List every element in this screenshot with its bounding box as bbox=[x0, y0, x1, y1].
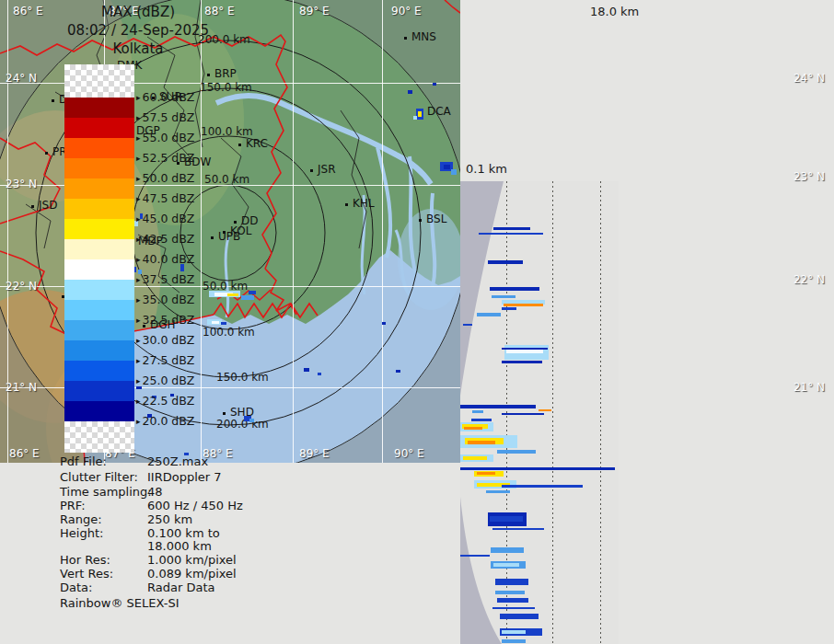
color-scale bbox=[64, 64, 134, 453]
scale-label: ▸47.5 dBZ bbox=[136, 191, 194, 205]
city-marker bbox=[238, 144, 241, 146]
scale-label: ▸27.5 dBZ bbox=[136, 353, 194, 367]
echo-bar bbox=[504, 304, 543, 306]
tick-arrow-icon: ▸ bbox=[136, 133, 141, 143]
info-label: Data: bbox=[60, 581, 92, 594]
scale-value: 20.0 dBZ bbox=[143, 414, 195, 428]
info-value: 0.089 km/pixel bbox=[147, 567, 237, 581]
echo-bar bbox=[463, 324, 472, 326]
scale-value: 40.0 dBZ bbox=[143, 252, 195, 266]
echo-bar bbox=[479, 233, 543, 235]
city-label: MNS bbox=[411, 30, 436, 43]
color-bands bbox=[64, 98, 134, 421]
city-label: BRP bbox=[214, 67, 237, 80]
scale-label: ▸60.0 dBZ bbox=[136, 90, 194, 104]
precipitation-echo bbox=[418, 111, 422, 117]
scale-label: ▸52.5 dBZ bbox=[136, 151, 194, 165]
info-label: Hor Res: bbox=[60, 553, 110, 567]
scale-value: 27.5 dBZ bbox=[143, 353, 195, 367]
echo-bar bbox=[460, 405, 536, 408]
latitude-label: 21° N bbox=[6, 381, 37, 394]
echo-bar bbox=[490, 516, 523, 522]
color-band bbox=[64, 239, 134, 259]
tick-arrow-icon: ▸ bbox=[136, 417, 141, 426]
echo-bar bbox=[502, 361, 542, 363]
echo-bar bbox=[472, 410, 483, 413]
city-label: DCA bbox=[427, 105, 451, 118]
color-band bbox=[64, 361, 134, 381]
precipitation-echo bbox=[318, 373, 321, 375]
info-value: 600 Hz / 450 Hz bbox=[147, 499, 243, 512]
city-marker bbox=[207, 74, 210, 76]
city-marker bbox=[404, 37, 407, 40]
info-value: 250 km bbox=[147, 512, 192, 526]
echo-bar bbox=[502, 485, 583, 488]
echo-bar bbox=[502, 413, 544, 415]
echo-bar bbox=[492, 607, 535, 609]
scale-value: 55.0 dBZ bbox=[143, 131, 195, 144]
echo-bar bbox=[492, 295, 515, 298]
city-label: KHL bbox=[353, 197, 375, 210]
range-ring-label: 100.0 km bbox=[203, 326, 255, 339]
precipitation-echo bbox=[396, 370, 400, 373]
color-band bbox=[64, 381, 134, 401]
tick-arrow-icon: ▸ bbox=[136, 376, 141, 385]
echo-bar bbox=[463, 456, 487, 460]
range-ring-label: 200.0 km bbox=[216, 418, 269, 431]
info-value: 0.100 km to bbox=[147, 526, 220, 540]
info-label: PRF: bbox=[60, 499, 86, 512]
echo-bar bbox=[539, 409, 551, 411]
tick-arrow-icon: ▸ bbox=[136, 356, 141, 365]
echo-bar bbox=[468, 441, 495, 444]
tick-arrow-icon: ▸ bbox=[136, 174, 141, 183]
software-name: Rainbow® SELEX-SI bbox=[60, 596, 180, 610]
echo-bar bbox=[497, 450, 536, 454]
product-title: MAX (dBZ) bbox=[37, 4, 239, 20]
scale-label: ▸32.5 dBZ bbox=[136, 313, 194, 327]
echo-bar bbox=[471, 419, 492, 421]
longitude-gridline bbox=[382, 0, 383, 463]
base-height-label: 0.1 km bbox=[466, 162, 507, 176]
echo-bar bbox=[502, 630, 526, 634]
color-band bbox=[64, 98, 134, 118]
city-label: UPB bbox=[218, 230, 240, 243]
max-height-label: 18.0 km bbox=[590, 5, 639, 18]
tick-arrow-icon: ▸ bbox=[136, 93, 141, 102]
longitude-gridline bbox=[293, 0, 294, 463]
city-marker bbox=[310, 169, 313, 172]
scale-label: ▸25.0 dBZ bbox=[136, 374, 194, 387]
color-band bbox=[64, 199, 134, 219]
color-band bbox=[64, 158, 134, 178]
scale-value: 52.5 dBZ bbox=[143, 151, 195, 165]
longitude-label: 90° E bbox=[391, 5, 422, 17]
above-max-checker bbox=[64, 64, 134, 98]
longitude-label: 89° E bbox=[299, 447, 330, 460]
scale-label: ▸45.0 dBZ bbox=[136, 212, 194, 225]
precipitation-echo bbox=[249, 419, 254, 422]
echo-bar bbox=[497, 598, 528, 603]
precipitation-echo bbox=[413, 116, 417, 120]
scale-value: 30.0 dBZ bbox=[143, 333, 195, 347]
scale-value: 37.5 dBZ bbox=[143, 272, 195, 286]
yz-cross-section-panel[interactable] bbox=[460, 181, 619, 644]
precipitation-echo bbox=[408, 90, 412, 94]
precipitation-echo bbox=[304, 368, 309, 372]
tick-arrow-icon: ▸ bbox=[136, 214, 141, 224]
scale-value: 57.5 dBZ bbox=[143, 110, 195, 124]
color-band bbox=[64, 138, 134, 158]
city-marker bbox=[31, 205, 34, 208]
echo-bar bbox=[500, 614, 539, 619]
city-label: KRC bbox=[246, 137, 268, 150]
latitude-label: 22° N bbox=[6, 280, 37, 293]
tick-arrow-icon: ▸ bbox=[136, 255, 141, 264]
echo-bar bbox=[493, 563, 519, 567]
scale-value: 22.5 dBZ bbox=[143, 394, 195, 408]
color-band bbox=[64, 178, 134, 199]
echo-bar bbox=[502, 639, 526, 643]
latitude-label: 24° N bbox=[6, 72, 37, 85]
range-ring-label: 50.0 km bbox=[204, 173, 249, 186]
tick-arrow-icon: ▸ bbox=[136, 397, 141, 406]
info-label: Time sampling: bbox=[60, 485, 152, 499]
info-value: IIRDoppler 7 bbox=[147, 470, 222, 484]
echo-bar bbox=[495, 591, 525, 594]
